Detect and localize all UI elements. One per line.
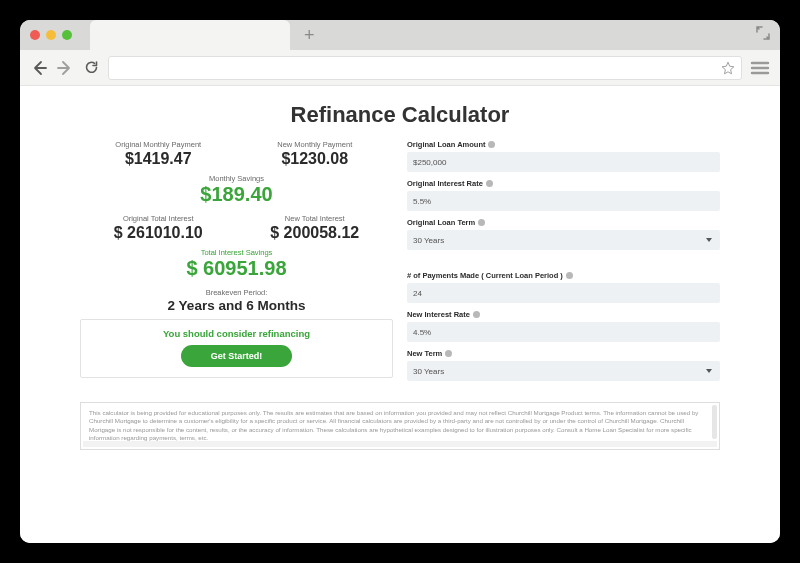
total-interest-savings-value: $ 60951.98 bbox=[80, 257, 393, 280]
info-icon[interactable] bbox=[486, 180, 493, 187]
info-icon[interactable] bbox=[473, 311, 480, 318]
star-icon[interactable] bbox=[721, 61, 735, 75]
total-interest-savings-label: Total Interest Savings bbox=[80, 248, 393, 257]
orig-rate-input[interactable] bbox=[407, 191, 720, 211]
monthly-savings-value: $189.40 bbox=[80, 183, 393, 206]
orig-term-select[interactable] bbox=[407, 230, 720, 250]
monthly-savings-label: Monthly Savings bbox=[80, 174, 393, 183]
orig-monthly-value: $1419.47 bbox=[80, 150, 237, 168]
expand-icon[interactable] bbox=[756, 26, 770, 40]
info-icon[interactable] bbox=[566, 272, 573, 279]
recommendation-text: You should consider refinancing bbox=[93, 328, 380, 339]
new-rate-input[interactable] bbox=[407, 322, 720, 342]
orig-amount-label: Original Loan Amount bbox=[407, 140, 720, 149]
info-icon[interactable] bbox=[478, 219, 485, 226]
orig-term-label: Original Loan Term bbox=[407, 218, 720, 227]
breakeven-value: 2 Years and 6 Months bbox=[80, 298, 393, 313]
payments-made-label: # of Payments Made ( Current Loan Period… bbox=[407, 271, 720, 280]
orig-amount-input[interactable] bbox=[407, 152, 720, 172]
orig-total-interest-label: Original Total Interest bbox=[80, 214, 237, 223]
close-window-icon[interactable] bbox=[30, 30, 40, 40]
new-total-interest-label: New Total Interest bbox=[237, 214, 394, 223]
new-total-interest-value: $ 200058.12 bbox=[237, 224, 394, 242]
inputs-panel: Original Loan Amount Original Interest R… bbox=[407, 140, 720, 388]
browser-window: + Refinance Calculator bbox=[20, 20, 780, 543]
new-monthly-label: New Monthly Payment bbox=[237, 140, 394, 149]
address-bar[interactable] bbox=[108, 56, 742, 80]
disclaimer-box[interactable]: This calculator is being provided for ed… bbox=[80, 402, 720, 450]
page-viewport: Refinance Calculator Original Monthly Pa… bbox=[20, 86, 780, 543]
breakeven-label: Breakeven Period: bbox=[80, 288, 393, 297]
info-icon[interactable] bbox=[445, 350, 452, 357]
reload-button[interactable] bbox=[82, 60, 100, 75]
new-term-select[interactable] bbox=[407, 361, 720, 381]
page-title: Refinance Calculator bbox=[80, 102, 720, 128]
menu-button[interactable] bbox=[750, 60, 770, 76]
new-rate-label: New Interest Rate bbox=[407, 310, 720, 319]
new-monthly-value: $1230.08 bbox=[237, 150, 394, 168]
maximize-window-icon[interactable] bbox=[62, 30, 72, 40]
browser-toolbar bbox=[20, 50, 780, 86]
recommendation-box: You should consider refinancing Get Star… bbox=[80, 319, 393, 378]
tab-bar: + bbox=[20, 20, 780, 50]
back-button[interactable] bbox=[30, 60, 48, 76]
new-tab-button[interactable]: + bbox=[304, 25, 315, 46]
info-icon[interactable] bbox=[488, 141, 495, 148]
forward-button[interactable] bbox=[56, 60, 74, 76]
results-panel: Original Monthly Payment $1419.47 New Mo… bbox=[80, 140, 393, 388]
calculator-content: Original Monthly Payment $1419.47 New Mo… bbox=[80, 140, 720, 388]
orig-monthly-label: Original Monthly Payment bbox=[80, 140, 237, 149]
window-controls bbox=[30, 30, 72, 40]
new-term-label: New Term bbox=[407, 349, 720, 358]
minimize-window-icon[interactable] bbox=[46, 30, 56, 40]
get-started-button[interactable]: Get Started! bbox=[181, 345, 293, 367]
orig-rate-label: Original Interest Rate bbox=[407, 179, 720, 188]
orig-total-interest-value: $ 261010.10 bbox=[80, 224, 237, 242]
payments-made-input[interactable] bbox=[407, 283, 720, 303]
browser-tab[interactable] bbox=[90, 20, 290, 50]
